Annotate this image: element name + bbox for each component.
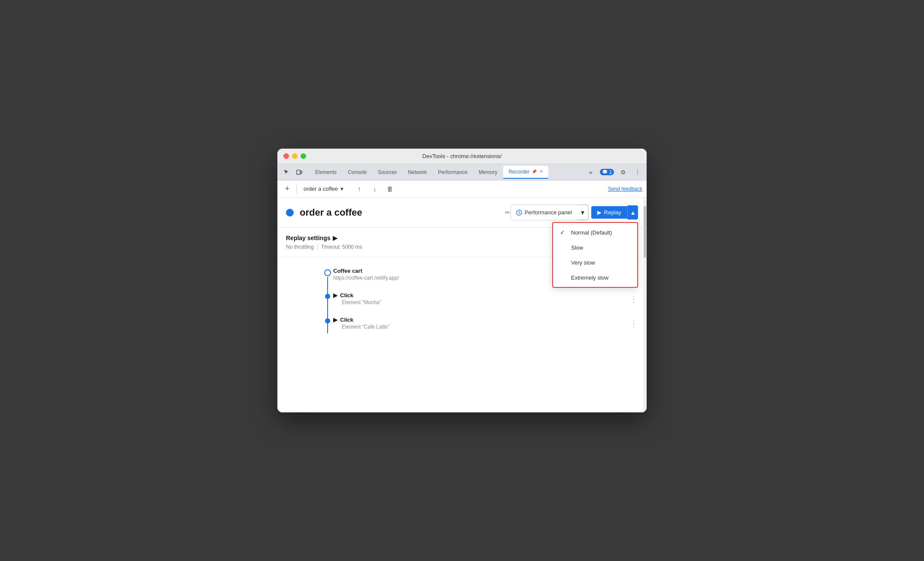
performance-panel-dropdown-button[interactable]: ▾ <box>578 205 588 220</box>
recording-status-dot <box>286 209 294 216</box>
step-item-click-latte: ▶ Click Element "Cafe Latte" ⋮ <box>277 309 647 333</box>
step-more-mocha[interactable]: ⋮ <box>629 295 638 303</box>
add-recording-button[interactable]: + <box>282 183 293 195</box>
tab-recorder[interactable]: Recorder 📌 ✕ <box>503 166 548 179</box>
inspect-icon[interactable] <box>281 167 292 178</box>
chat-badge[interactable]: 💬 1 <box>600 169 614 175</box>
tab-icons <box>281 167 305 178</box>
tab-close-icon[interactable]: ✕ <box>539 169 543 174</box>
play-icon: ▶ <box>597 209 602 216</box>
step-dot-latte <box>325 318 330 323</box>
maximize-button[interactable] <box>301 153 306 159</box>
step-dot-mocha <box>325 294 330 299</box>
window-title: DevTools - chrome://extensions/ <box>422 153 502 159</box>
step-subtitle-latte: Element "Cafe Latte" <box>342 324 629 330</box>
tab-more-area: » 💬 1 ⚙ ⋮ <box>585 167 643 178</box>
replay-dropdown-button[interactable]: ▴ <box>627 205 638 220</box>
tab-console[interactable]: Console <box>343 166 372 179</box>
performance-panel-button[interactable]: Performance panel <box>511 206 577 219</box>
step-expand-icon-latte[interactable]: ▶ <box>333 317 337 323</box>
delete-recording-button[interactable]: 🗑 <box>385 183 396 195</box>
step-item-click-mocha: ▶ Click Element "Mocha" ⋮ <box>277 284 647 309</box>
recorder-toolbar: + order a coffee ▾ ↑ ↓ 🗑 Send feedback <box>277 180 647 198</box>
scrollbar[interactable] <box>643 198 647 412</box>
device-mode-icon[interactable] <box>294 167 305 178</box>
scrollbar-thumb[interactable] <box>644 206 646 258</box>
minimize-button[interactable] <box>292 153 298 159</box>
devtools-window: DevTools - chrome://extensions/ Elements… <box>277 149 647 412</box>
tab-sources[interactable]: Sources <box>373 166 402 179</box>
export-recording-button[interactable]: ↑ <box>354 183 365 195</box>
tab-elements[interactable]: Elements <box>310 166 342 179</box>
traffic-lights <box>283 153 306 159</box>
step-more-latte[interactable]: ⋮ <box>629 319 638 328</box>
step-title-latte: ▶ Click <box>333 317 629 323</box>
tab-memory[interactable]: Memory <box>474 166 502 179</box>
performance-panel-group: Performance panel ▾ <box>511 204 589 220</box>
toolbar-actions: ↑ ↓ 🗑 <box>354 183 396 195</box>
step-content-mocha: ▶ Click Element "Mocha" <box>333 292 629 305</box>
step-expand-icon-mocha[interactable]: ▶ <box>333 292 337 299</box>
settings-divider <box>317 244 318 250</box>
replay-speed-dropdown: ✓ Normal (Default) Slow Very slow Extrem… <box>552 222 638 288</box>
svg-rect-0 <box>297 170 300 174</box>
send-feedback-link[interactable]: Send feedback <box>608 186 642 192</box>
performance-icon <box>516 210 522 216</box>
toolbar-divider-1 <box>296 185 297 193</box>
tabbar: Elements Console Sources Network Perform… <box>277 164 647 180</box>
speed-normal-option[interactable]: ✓ Normal (Default) <box>553 225 637 240</box>
more-options-button[interactable]: ⋮ <box>632 167 643 178</box>
settings-button[interactable]: ⚙ <box>617 167 629 178</box>
expand-icon: ▶ <box>333 235 337 241</box>
recording-title: order a coffee <box>300 207 501 218</box>
replay-button[interactable]: ▶ Replay <box>591 206 627 219</box>
edit-recording-icon[interactable]: ✏ <box>505 209 511 216</box>
step-dot-navigate <box>324 269 331 276</box>
step-title-mocha: ▶ Click <box>333 292 629 299</box>
check-icon: ✓ <box>560 229 567 236</box>
more-tabs-button[interactable]: » <box>585 167 596 178</box>
speed-slow-option[interactable]: Slow <box>553 240 637 255</box>
header-actions: Performance panel ▾ ▶ Replay ▴ ✓ <box>511 204 638 220</box>
recording-header: order a coffee ✏ Performance panel ▾ <box>277 198 647 228</box>
tab-performance[interactable]: Performance <box>433 166 473 179</box>
tab-network[interactable]: Network <box>403 166 432 179</box>
dropdown-chevron-icon: ▾ <box>340 186 343 192</box>
main-content: order a coffee ✏ Performance panel ▾ <box>277 198 647 412</box>
step-content-latte: ▶ Click Element "Cafe Latte" <box>333 317 629 330</box>
pin-icon: 📌 <box>532 169 537 174</box>
import-recording-button[interactable]: ↓ <box>369 183 380 195</box>
svg-rect-1 <box>301 171 302 174</box>
titlebar: DevTools - chrome://extensions/ <box>277 149 647 164</box>
speed-extremely-slow-option[interactable]: Extremely slow <box>553 270 637 285</box>
close-button[interactable] <box>283 153 289 159</box>
replay-button-group: ▶ Replay ▴ <box>591 205 638 220</box>
speed-very-slow-option[interactable]: Very slow <box>553 255 637 270</box>
step-subtitle-mocha: Element "Mocha" <box>342 299 629 305</box>
recording-selector[interactable]: order a coffee ▾ <box>300 184 347 194</box>
